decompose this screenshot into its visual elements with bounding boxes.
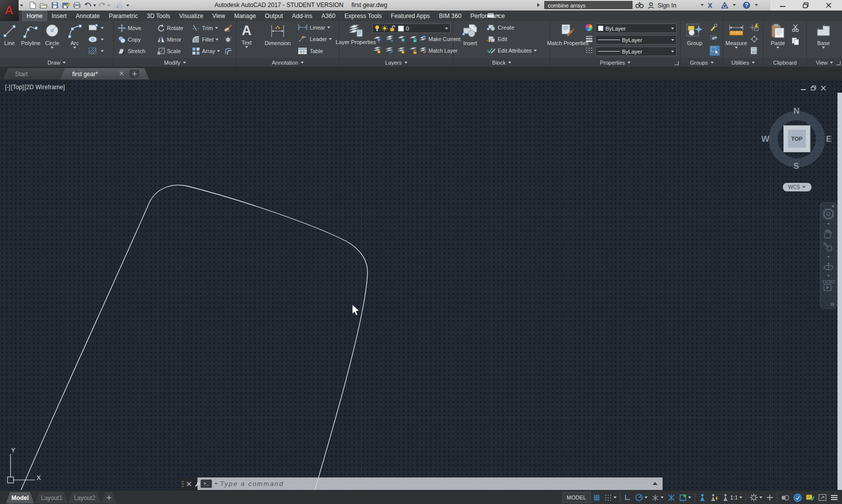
hatch-button[interactable] [88, 47, 104, 55]
object-snap-tracking-toggle[interactable] [666, 492, 677, 503]
annotation-visibility-toggle[interactable] [697, 492, 708, 503]
drag-handle-icon[interactable] [181, 480, 184, 487]
rotate-button[interactable]: Rotate [157, 24, 183, 32]
layer-off-button[interactable] [373, 35, 382, 43]
drawing-canvas[interactable]: X Y [-] [Top] [2D Wireframe] N W E S TOP… [0, 80, 842, 490]
mirror-button[interactable]: Mirror [157, 36, 181, 44]
annotation-scale-control[interactable]: 1:1 [720, 492, 744, 503]
cut-button[interactable] [791, 24, 799, 32]
plot-button[interactable] [71, 1, 82, 10]
snap-dropdown-arrow-icon[interactable] [613, 496, 616, 498]
edit-attributes-button[interactable]: Edit Attributes [487, 47, 537, 54]
lineweight-icon-button[interactable] [585, 36, 593, 42]
edit-attributes-dropdown-arrow-icon[interactable] [534, 50, 537, 52]
sign-in-button[interactable]: Sign In [658, 1, 676, 10]
trim-dropdown-arrow-icon[interactable] [215, 27, 218, 29]
panel-label-modify[interactable]: Modify [114, 58, 236, 67]
panel-label-properties[interactable]: Properties [550, 58, 680, 67]
snap-mode-toggle[interactable] [602, 492, 618, 503]
linear-dropdown-arrow-icon[interactable] [327, 27, 330, 29]
layer-thaw-button[interactable] [397, 47, 406, 54]
arc-button[interactable]: Arc [67, 21, 82, 49]
ungroup-button[interactable] [710, 24, 718, 31]
explode-button[interactable] [224, 36, 233, 44]
osnap-dropdown-arrow-icon[interactable] [688, 496, 691, 498]
layer-on-button[interactable] [373, 47, 382, 54]
group-button[interactable]: Group [683, 21, 707, 46]
clean-screen-button[interactable] [816, 492, 828, 503]
base-button[interactable]: Base [812, 21, 835, 49]
save-button[interactable] [49, 1, 60, 10]
color-dropdown[interactable]: ByLayer [595, 24, 677, 33]
panel-label-annotation[interactable]: Annotation [237, 58, 339, 67]
layer-lock-button[interactable] [409, 35, 418, 43]
tab-a360[interactable]: A360 [317, 11, 340, 21]
navbar-close-icon[interactable]: ✕ [831, 204, 835, 209]
panel-label-draw[interactable]: Draw [0, 58, 113, 67]
layer-unisolate-button[interactable] [385, 47, 394, 54]
copy-button[interactable]: Copy [118, 36, 141, 44]
command-input[interactable]: >_ Type a command [197, 477, 663, 490]
tab-manage[interactable]: Manage [230, 11, 260, 21]
viewport-view-control[interactable]: [Top] [11, 84, 24, 91]
redo-dropdown-arrow-icon[interactable] [107, 5, 110, 7]
rectangle-button[interactable] [88, 24, 104, 32]
graphics-performance-button[interactable] [791, 492, 804, 503]
panel-label-groups[interactable]: Groups [681, 58, 723, 67]
create-block-button[interactable]: Create [487, 24, 514, 31]
polar-tracking-toggle[interactable] [633, 492, 650, 503]
object-color-icon[interactable] [585, 24, 592, 31]
tab-add-ins[interactable]: Add-ins [288, 11, 317, 21]
layer-unlock-button[interactable] [409, 47, 418, 54]
ortho-mode-toggle[interactable] [622, 492, 633, 503]
tab-output[interactable]: Output [261, 11, 288, 21]
view-dialog-launcher-icon[interactable] [836, 61, 840, 65]
drawing-close-icon[interactable] [821, 86, 826, 91]
search-input[interactable]: combine arrays [544, 1, 633, 9]
match-layer-button[interactable]: Match Layer [419, 47, 458, 54]
search-button[interactable] [636, 1, 644, 10]
exchange-apps-icon[interactable]: X [708, 1, 712, 10]
object-snap-toggle[interactable] [677, 492, 693, 503]
tab-featured-apps[interactable]: Featured Apps [386, 11, 435, 21]
layer-properties-button[interactable]: Layer Properties [340, 21, 371, 45]
array-dropdown-arrow-icon[interactable] [217, 50, 220, 52]
linetype-dropdown[interactable]: ByLayer [595, 47, 677, 56]
fillet-button[interactable]: Fillet [192, 36, 219, 44]
recent-commands-arrow-icon[interactable] [215, 483, 218, 484]
panel-label-layers[interactable]: Layers [339, 58, 453, 67]
layer-freeze-arrow-button[interactable] [385, 35, 394, 43]
help-button[interactable]: ? [743, 1, 750, 10]
panel-label-utilities[interactable]: Utilities [723, 58, 763, 67]
rectangle-dropdown-arrow-icon[interactable] [101, 27, 104, 29]
viewport-minimize-control[interactable]: [-] [5, 84, 11, 91]
isometric-drafting-toggle[interactable] [650, 492, 666, 503]
id-point-button[interactable] [750, 35, 758, 43]
command-line-grip[interactable] [179, 477, 197, 490]
wcs-dropdown[interactable]: WCS [783, 183, 811, 191]
navbar-customize-icon[interactable]: ⊖ [830, 302, 834, 307]
undo-button[interactable] [82, 1, 93, 10]
hatch-dropdown-arrow-icon[interactable] [101, 50, 104, 52]
circle-dropdown-arrow-icon[interactable] [51, 47, 54, 49]
zoom-icon[interactable] [823, 242, 834, 253]
app-menu-arrow-icon[interactable] [20, 5, 23, 7]
orbit-dropdown-arrow-icon[interactable] [827, 275, 830, 277]
annotation-autoscale-toggle[interactable] [708, 492, 720, 503]
drawing-minimize-icon[interactable] [801, 86, 806, 91]
array-button[interactable]: Array [192, 47, 220, 55]
workspace-button[interactable] [113, 1, 124, 10]
group-edit-button[interactable] [710, 35, 718, 42]
navwheel-dropdown-arrow-icon[interactable] [827, 223, 830, 225]
command-line[interactable]: >_ Type a command [179, 477, 663, 490]
a360-icon[interactable] [721, 1, 729, 10]
match-properties-button[interactable]: Match Properties [552, 21, 583, 46]
close-button[interactable] [821, 0, 836, 10]
new-layout-button[interactable] [101, 492, 116, 503]
layer-dropdown-arrow-icon[interactable] [445, 28, 448, 30]
quick-calculator-button[interactable] [750, 47, 757, 55]
viewcube-face-top[interactable]: TOP [783, 125, 810, 152]
application-menu-button[interactable]: A [0, 0, 19, 21]
leader-dropdown-arrow-icon[interactable] [329, 38, 332, 40]
viewcube-south[interactable]: S [793, 161, 799, 171]
